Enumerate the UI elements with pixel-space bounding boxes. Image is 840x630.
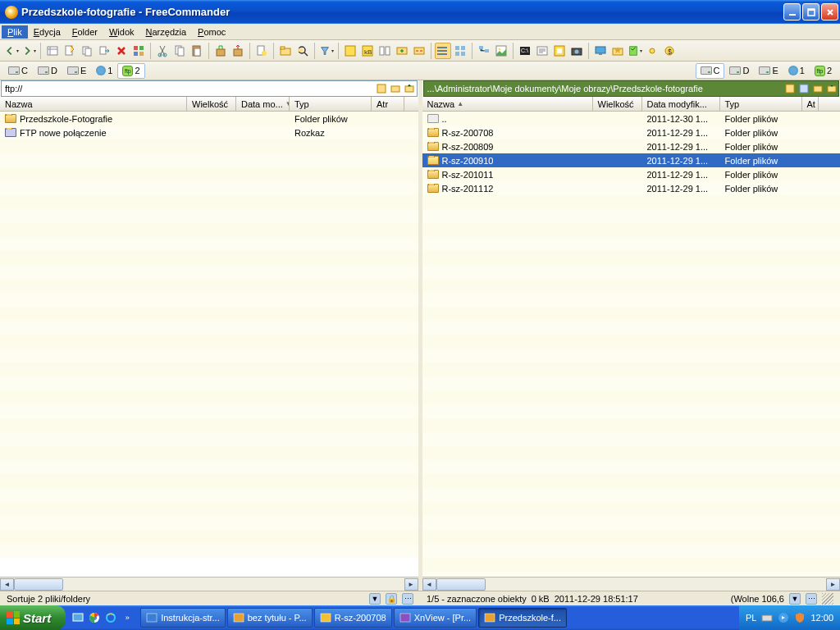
settings-icon[interactable] [627, 43, 643, 59]
drive-C[interactable]: C [3, 63, 33, 79]
drive-C[interactable]: C [696, 63, 725, 79]
cmd-icon[interactable]: C:\ [517, 43, 533, 59]
column-data mo...[interactable]: Data mo...▼ [236, 97, 290, 111]
taskbar-item[interactable]: XnView - [Pr... [394, 608, 477, 628]
multirename-icon[interactable] [411, 43, 427, 59]
properties-button[interactable] [130, 43, 147, 59]
list-view-icon[interactable] [435, 43, 451, 59]
help-icon[interactable]: $ [661, 43, 678, 59]
ie-icon[interactable] [103, 610, 118, 625]
select-button[interactable] [342, 43, 358, 59]
column-wielkość[interactable]: Wielkość [593, 97, 642, 111]
maximize-button[interactable] [802, 3, 819, 21]
newfolder-icon[interactable] [277, 43, 294, 59]
options-icon[interactable]: ⋯ [402, 593, 413, 605]
scroll-left-icon[interactable]: ◄ [0, 578, 14, 591]
column-typ[interactable]: Typ [290, 97, 372, 111]
taskbar-item[interactable]: Instrukcja-str... [140, 608, 226, 628]
lock-icon[interactable]: 🔒 [386, 593, 397, 605]
drive-E[interactable]: E [62, 63, 91, 79]
language-indicator[interactable]: PL [746, 613, 756, 623]
column-atr[interactable]: Atr [372, 97, 404, 111]
list-item[interactable]: ..2011-12-30 1...Folder plików [422, 112, 841, 126]
close-button[interactable] [821, 3, 838, 21]
start-button[interactable]: Start [0, 605, 66, 630]
menu-pomoc[interactable]: Pomoc [192, 25, 231, 39]
right-file-list[interactable]: ..2011-12-30 1...Folder plikówR-sz-20070… [422, 112, 841, 577]
taskbar-item[interactable]: R-sz-200708 [314, 608, 392, 628]
scroll-right-icon[interactable]: ► [404, 578, 418, 591]
paste-icon[interactable] [189, 43, 205, 59]
drive-1[interactable]: 1 [783, 63, 810, 79]
menu-plik[interactable]: Plik [2, 25, 28, 39]
list-item[interactable]: R-sz-2010112011-12-29 1...Folder plików [422, 167, 841, 181]
list-item[interactable]: R-sz-2011122011-12-29 1...Folder plików [422, 181, 841, 195]
clock[interactable]: 12:00 [810, 613, 833, 623]
right-path-text[interactable]: ...\Administrator\Moje dokumenty\Moje ob… [424, 84, 783, 94]
history-icon[interactable] [783, 83, 796, 95]
menu-folder[interactable]: Folder [66, 25, 103, 39]
history-icon[interactable] [376, 83, 388, 95]
taskbar-item[interactable]: Przedszkole-f... [478, 608, 567, 628]
filter-icon[interactable]: ▼ [789, 593, 801, 605]
desktop-icon[interactable] [592, 43, 609, 59]
drive-2[interactable]: ftp2 [810, 63, 837, 79]
find-icon[interactable] [294, 43, 311, 59]
options-icon[interactable]: ⋯ [806, 593, 817, 605]
unpack-icon[interactable] [230, 43, 246, 59]
drive-2[interactable]: ftp2 [117, 63, 144, 79]
scroll-left-icon[interactable]: ◄ [422, 578, 436, 591]
favorites-icon[interactable] [609, 43, 626, 59]
gear-icon[interactable] [644, 43, 660, 59]
menu-narzędzia[interactable]: Narzędzia [140, 25, 193, 39]
column-data modyfik...[interactable]: Data modyfik... [642, 97, 720, 111]
compare-icon[interactable] [377, 43, 393, 59]
edit-button[interactable] [62, 43, 78, 59]
move-button[interactable] [96, 43, 112, 59]
view-button[interactable] [44, 43, 61, 59]
drive-1[interactable]: 1 [91, 63, 117, 79]
left-path-bar[interactable]: ftp:// [1, 80, 418, 97]
list-item[interactable]: R-sz-2009102011-12-29 1...Folder plików [422, 153, 841, 167]
right-path-bar[interactable]: ...\Administrator\Moje dokumenty\Moje ob… [423, 80, 840, 97]
drive-E[interactable]: E [754, 63, 783, 79]
pack-icon[interactable] [212, 43, 229, 59]
preview-icon[interactable] [493, 43, 509, 59]
filter-icon[interactable]: ▼ [369, 593, 381, 605]
drive-D[interactable]: D [33, 63, 62, 79]
list-item[interactable]: FTP nowe połączenieRozkaz [0, 126, 418, 139]
list-item[interactable]: R-sz-2008092011-12-29 1...Folder plików [422, 139, 841, 153]
screenshot-icon[interactable] [551, 43, 568, 59]
column-wielkość[interactable]: Wielkość [187, 97, 236, 111]
goto-icon[interactable] [797, 83, 810, 95]
folder-up-icon[interactable] [404, 83, 416, 95]
keyboard-icon[interactable] [761, 612, 773, 623]
sync-icon[interactable] [394, 43, 410, 59]
delete-button[interactable] [113, 43, 130, 59]
show-desktop-icon[interactable] [71, 610, 85, 625]
scroll-right-icon[interactable]: ► [826, 578, 840, 591]
list-item[interactable]: Przedszkole-FotografieFolder plików [0, 112, 418, 126]
cut-icon[interactable] [154, 43, 171, 59]
ql-chevron-icon[interactable]: » [120, 610, 135, 625]
menu-edycja[interactable]: Edycja [28, 25, 66, 39]
menu-widok[interactable]: Widok [103, 25, 140, 39]
right-scrollbar[interactable]: ◄ ► [422, 577, 841, 591]
tray-chevron-icon[interactable] [778, 612, 789, 623]
newfile-icon[interactable] [253, 43, 270, 59]
left-path-text[interactable]: ftp:// [2, 84, 375, 94]
drive-D[interactable]: D [724, 63, 754, 79]
folder-up-icon[interactable] [825, 83, 838, 95]
shield-icon[interactable] [794, 612, 806, 623]
column-nazwa[interactable]: Nazwa▲ [422, 97, 593, 111]
copy-button[interactable] [79, 43, 95, 59]
left-file-list[interactable]: Przedszkole-FotografieFolder plikówFTP n… [0, 112, 418, 577]
taskbar-item[interactable]: bez tytułu - P... [227, 608, 313, 628]
forward-button[interactable] [21, 43, 37, 59]
copy-clipboard-icon[interactable] [171, 43, 188, 59]
minimize-button[interactable] [783, 3, 801, 21]
tree-icon[interactable] [476, 43, 492, 59]
size-button[interactable]: kB [359, 43, 376, 59]
column-nazwa[interactable]: Nazwa [0, 97, 187, 111]
column-typ[interactable]: Typ [720, 97, 802, 111]
